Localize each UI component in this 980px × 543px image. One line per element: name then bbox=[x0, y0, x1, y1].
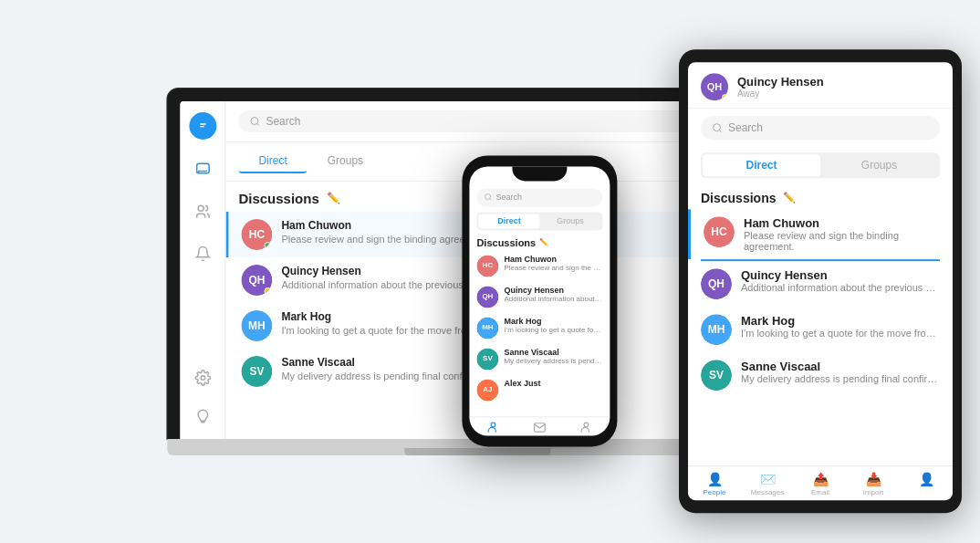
tablet-avatar-placeholder-sanne: SV bbox=[701, 360, 732, 391]
sidebar-icon-gear[interactable] bbox=[191, 366, 214, 390]
phone-conv-preview-sanne: My delivery address is pending final... bbox=[504, 357, 602, 365]
tablet-conv-name-mark: Mark Hog bbox=[741, 314, 940, 328]
search-placeholder: Search bbox=[266, 115, 300, 128]
phone-avatar-placeholder-mark: MH bbox=[476, 317, 498, 339]
tablet-edit-icon[interactable]: ✏️ bbox=[783, 192, 796, 204]
tablet-user-name: Quincy Hensen bbox=[737, 75, 824, 89]
conv-name-mark: Mark Hog bbox=[281, 310, 331, 323]
tablet-nav-messages[interactable]: ✉️ Messages bbox=[741, 472, 794, 496]
tablet-conv-sanne[interactable]: SV Sanne Viscaal My delivery address is … bbox=[688, 352, 953, 398]
tablet-tab-groups[interactable]: Groups bbox=[820, 154, 938, 176]
avatar-placeholder-sanne: SV bbox=[241, 356, 272, 387]
svg-point-2 bbox=[198, 205, 203, 211]
phone-conv-ham[interactable]: HC Ham Chuwon Please review and sign the… bbox=[469, 250, 610, 281]
tab-direct[interactable]: Direct bbox=[238, 150, 307, 173]
phone-avatar-placeholder-quincy: QH bbox=[476, 286, 498, 308]
svg-point-4 bbox=[251, 117, 258, 124]
phone-nav-people[interactable] bbox=[469, 421, 516, 433]
phone-discussions-header: Discussions ✏️ bbox=[469, 234, 610, 250]
tablet-conv-mark[interactable]: MH Mark Hog I'm looking to get a quote f… bbox=[688, 307, 953, 352]
phone-search-input[interactable]: Search bbox=[476, 188, 602, 206]
tablet-discussions-header: Discussions ✏️ bbox=[688, 183, 953, 209]
svg-point-8 bbox=[584, 423, 589, 427]
tablet-user-status: Away bbox=[737, 89, 824, 99]
phone-avatar-sanne: SV bbox=[476, 348, 498, 370]
svg-point-7 bbox=[491, 423, 495, 427]
conv-name-ham: Ham Chuwon bbox=[281, 219, 351, 232]
tablet-nav-people[interactable]: 👤 People bbox=[688, 472, 741, 496]
phone-avatar-quincy: QH bbox=[476, 286, 498, 308]
tablet-search-input[interactable]: Search bbox=[701, 116, 940, 140]
tablet-avatar-quincy: QH bbox=[701, 268, 732, 299]
tablet-avatar-placeholder-ham: HC bbox=[704, 216, 735, 247]
tab-groups[interactable]: Groups bbox=[308, 150, 383, 173]
avatar-placeholder-mark: MH bbox=[241, 310, 272, 341]
phone-edit-icon[interactable]: ✏️ bbox=[539, 238, 548, 246]
phone-conv-content-sanne: Sanne Viscaal My delivery address is pen… bbox=[504, 348, 602, 365]
tablet-user-avatar: QH bbox=[701, 73, 728, 100]
phone-discussions-title: Discussions bbox=[476, 237, 536, 248]
phone-avatar-placeholder-alex: AJ bbox=[476, 379, 498, 401]
phone-device: Search Direct Groups Discussions ✏️ HC H… bbox=[462, 155, 617, 446]
phone-avatar-placeholder-ham: HC bbox=[476, 255, 498, 277]
phone-conv-preview-quincy: Additional information about the pre... bbox=[504, 295, 602, 303]
phone-tab-groups[interactable]: Groups bbox=[539, 214, 600, 228]
avatar-quincy: QH bbox=[241, 265, 272, 296]
phone-avatar-mark: MH bbox=[476, 317, 498, 339]
phone-conv-content-ham: Ham Chuwon Please review and sign the bi… bbox=[504, 255, 602, 272]
phone-conv-name-alex: Alex Just bbox=[504, 379, 540, 388]
phone-conv-alex[interactable]: AJ Alex Just bbox=[469, 374, 610, 405]
phone-conv-name-ham: Ham Chuwon bbox=[504, 255, 602, 264]
avatar-ham: HC bbox=[241, 219, 272, 250]
tablet-conv-quincy[interactable]: QH Quincy Hensen Additional information … bbox=[688, 261, 953, 307]
tablet-nav-profile[interactable]: 👤 bbox=[900, 472, 953, 496]
laptop-sidebar bbox=[180, 101, 225, 439]
phone-conv-mark[interactable]: MH Mark Hog I'm looking to get a quote f… bbox=[469, 312, 610, 343]
tablet-tab-direct[interactable]: Direct bbox=[703, 154, 820, 176]
phone-conv-preview-mark: I'm looking to get a quote for the mo... bbox=[504, 326, 602, 334]
tablet-bottom-nav: 👤 People ✉️ Messages 📤 Email 📥 Import 👤 bbox=[688, 465, 953, 500]
edit-discussions-icon[interactable]: ✏️ bbox=[327, 192, 340, 204]
phone-conv-sanne[interactable]: SV Sanne Viscaal My delivery address is … bbox=[469, 343, 610, 374]
phone-conversations-list: HC Ham Chuwon Please review and sign the… bbox=[469, 250, 610, 416]
tablet-conv-preview-quincy: Additional information about the previou… bbox=[741, 282, 940, 293]
phone-conv-name-sanne: Sanne Viscaal bbox=[504, 348, 602, 357]
avatar-mark: MH bbox=[241, 310, 272, 341]
phone-tabs: Direct Groups bbox=[476, 212, 602, 230]
tablet-avatar-mark: MH bbox=[701, 314, 732, 345]
tablet-conv-name-sanne: Sanne Viscaal bbox=[741, 360, 940, 373]
tablet-avatar-placeholder-mark: MH bbox=[701, 314, 732, 345]
phone-avatar-alex: AJ bbox=[476, 379, 498, 401]
discussions-title: Discussions bbox=[238, 191, 318, 206]
avatar-sanne: SV bbox=[241, 356, 272, 387]
profile-icon: 👤 bbox=[919, 472, 934, 486]
tablet-avatar-placeholder-quincy: QH bbox=[701, 268, 732, 299]
sidebar-icon-users[interactable] bbox=[191, 200, 214, 224]
phone-conv-quincy[interactable]: QH Quincy Hensen Additional information … bbox=[469, 281, 610, 312]
tablet-nav-email[interactable]: 📤 Email bbox=[794, 472, 847, 496]
nav-import-label: Import bbox=[863, 488, 884, 496]
tablet-conv-name-quincy: Quincy Hensen bbox=[741, 268, 940, 282]
svg-point-5 bbox=[714, 123, 721, 131]
sidebar-icon-bell[interactable] bbox=[191, 242, 214, 266]
svg-point-3 bbox=[201, 375, 205, 380]
tablet-conv-ham[interactable]: HC Ham Chuwon Please review and sign the… bbox=[688, 209, 953, 259]
tablet-conv-preview-sanne: My delivery address is pending final con… bbox=[741, 373, 940, 384]
status-away-quincy bbox=[264, 287, 271, 295]
phone-bottom-nav bbox=[469, 416, 610, 435]
phone-nav-profile[interactable] bbox=[563, 421, 610, 433]
tablet-user-status-dot bbox=[722, 94, 728, 100]
phone-tab-direct[interactable]: Direct bbox=[478, 214, 539, 228]
phone-nav-messages[interactable] bbox=[516, 421, 563, 433]
email-icon: 📤 bbox=[813, 472, 829, 486]
import-icon: 📥 bbox=[866, 472, 881, 486]
sidebar-icon-bulb[interactable] bbox=[191, 404, 214, 428]
phone-search-placeholder: Search bbox=[495, 193, 522, 202]
tablet-device: QH Quincy Hensen Away Search Direct Grou… bbox=[679, 49, 962, 513]
tablet-nav-import[interactable]: 📥 Import bbox=[847, 472, 900, 496]
tablet-conv-content-quincy: Quincy Hensen Additional information abo… bbox=[741, 268, 940, 293]
phone-avatar-ham: HC bbox=[476, 255, 498, 277]
phone-avatar-placeholder-sanne: SV bbox=[476, 348, 498, 370]
sidebar-icon-chat[interactable] bbox=[191, 158, 214, 182]
nav-email-label: Email bbox=[811, 488, 829, 496]
